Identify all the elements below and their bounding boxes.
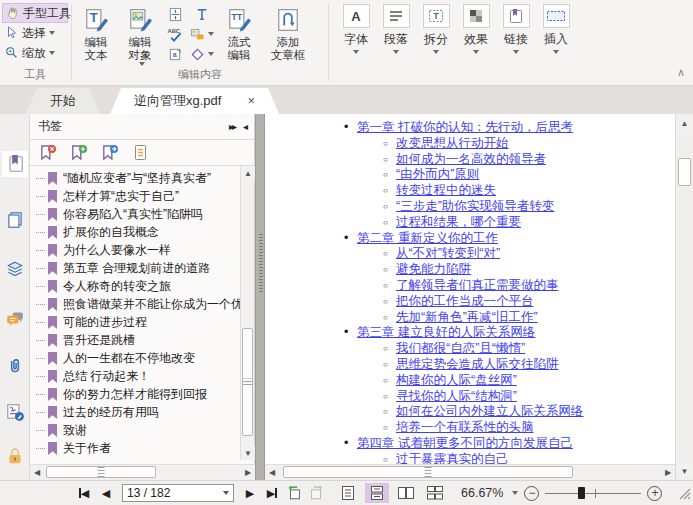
zoom-level-value[interactable]: 66.67% <box>461 486 503 500</box>
continuous-facing-view-button[interactable] <box>423 483 447 503</box>
bookmarks-hscrollbar-thumb[interactable] <box>46 466 156 478</box>
scroll-down-icon[interactable]: ▼ <box>676 464 693 478</box>
toc-section-link[interactable]: 了解领导者们真正需要做的事 <box>396 278 559 292</box>
add-bookmark-button[interactable] <box>69 144 88 162</box>
zoom-in-button[interactable]: + <box>647 486 662 501</box>
toc-section-link[interactable]: 把你的工作当成一个平台 <box>396 294 534 308</box>
bookmarks-horizontal-scrollbar[interactable]: ◀ ▶ <box>30 464 255 480</box>
toc-section-link[interactable]: 寻找你的人际“结构洞” <box>396 389 517 403</box>
split-button[interactable]: T拆分 <box>416 4 456 69</box>
next-page-button[interactable]: ▶ <box>240 484 260 502</box>
edit-object-button[interactable]: 编辑 对象 <box>117 2 163 69</box>
toc-section-link[interactable]: 改变思想从行动开始 <box>396 136 509 150</box>
panel-splitter[interactable] <box>255 114 265 480</box>
toc-section-link[interactable]: “由外而内”原则 <box>396 167 479 181</box>
hand-tool-button[interactable]: 手型工具 <box>2 3 68 23</box>
bookmark-item[interactable]: 扩展你的自我概念 <box>30 223 241 241</box>
toc-chapter-link[interactable]: 第四章 试着朝更多不同的方向发展自己 <box>357 436 573 450</box>
bookmark-item[interactable]: 你的努力怎样才能得到回报 <box>30 385 241 403</box>
toc-section-link[interactable]: 避免能力陷阱 <box>396 262 471 276</box>
bookmark-item[interactable]: 过去的经历有用吗 <box>30 403 241 421</box>
continuous-view-button[interactable] <box>365 483 389 503</box>
bookmark-item[interactable]: 令人称奇的转变之旅 <box>30 277 241 295</box>
zoom-level-caret[interactable] <box>512 491 518 495</box>
bookmark-item[interactable]: 你容易陷入“真实性”陷阱吗 <box>30 205 241 223</box>
content-horizontal-scrollbar[interactable]: ◀ ▶ <box>265 464 675 480</box>
bookmark-item[interactable]: 可能的进步过程 <box>30 313 241 331</box>
toc-section-link[interactable]: 从“不对”转变到“对” <box>396 246 500 260</box>
image-annotation-button[interactable] <box>187 24 217 44</box>
toc-section-link[interactable]: 培养一个有联系性的头脑 <box>396 420 534 434</box>
security-panel-icon[interactable] <box>5 446 25 466</box>
content-hscrollbar-thumb[interactable] <box>283 466 573 478</box>
edit-text-button[interactable]: T 编辑 文本 <box>75 2 117 69</box>
toc-section-link[interactable]: 思维定势会造成人际交往陷阱 <box>396 357 559 371</box>
toc-section-link[interactable]: 先加“新角色”再减“旧工作” <box>396 310 538 324</box>
scroll-up-icon[interactable]: ▲ <box>676 116 693 130</box>
effect-button[interactable]: 效果 <box>456 4 496 69</box>
previous-view-button[interactable] <box>284 484 304 502</box>
font-button[interactable]: A字体 <box>336 4 376 69</box>
toc-section-link[interactable]: 如何成为一名高效的领导者 <box>396 152 546 166</box>
content-scrollbar-thumb[interactable] <box>678 158 691 186</box>
bookmark-item[interactable]: 人的一生都在不停地改变 <box>30 349 241 367</box>
spellcheck-button[interactable]: ABC <box>163 24 187 44</box>
facing-view-button[interactable] <box>394 483 418 503</box>
paragraph-button[interactable]: 段落 <box>376 4 416 69</box>
scroll-right-icon[interactable]: ▶ <box>241 465 255 480</box>
signature-panel-icon[interactable] <box>5 402 25 422</box>
text-recognize-button[interactable]: a <box>163 44 187 64</box>
merge-split-button[interactable] <box>163 4 187 24</box>
bookmark-item[interactable]: “随机应变者”与“坚持真实者” <box>30 169 241 187</box>
bookmark-item[interactable]: 致谢 <box>30 421 241 439</box>
attachments-panel-icon[interactable] <box>5 356 25 376</box>
insert-button[interactable]: 插入 <box>536 4 576 69</box>
toc-chapter-link[interactable]: 第一章 打破你的认知：先行动，后思考 <box>357 120 573 134</box>
toc-section-link[interactable]: 构建你的人际“盘丝网” <box>396 373 517 387</box>
previous-page-button[interactable]: ◀ <box>96 484 116 502</box>
add-text-button[interactable] <box>187 4 217 24</box>
comments-panel-icon[interactable] <box>5 308 25 328</box>
set-bookmark-destination-button[interactable] <box>100 144 119 162</box>
collapse-ribbon-button[interactable]: ∧ <box>677 66 685 79</box>
expand-bookmarks-button[interactable] <box>131 144 150 162</box>
zoom-slider-thumb[interactable] <box>578 487 585 499</box>
tab-document[interactable]: 逆向管理xg.pdf× <box>110 88 279 114</box>
close-tab-icon[interactable]: × <box>247 93 255 108</box>
toc-chapter-link[interactable]: 第三章 建立良好的人际关系网络 <box>357 325 535 339</box>
resize-grip-icon[interactable] <box>678 487 691 500</box>
toc-section-link[interactable]: 我们都很“自恋”且“懒惰” <box>396 341 525 355</box>
bookmark-item[interactable]: 第五章 合理规划前进的道路 <box>30 259 241 277</box>
page-number-field[interactable]: 13 / 182 <box>122 484 234 502</box>
scroll-left-icon[interactable]: ◀ <box>30 465 44 480</box>
content-vertical-scrollbar[interactable]: ▲ ▼ <box>675 114 693 480</box>
bookmarks-vertical-scrollbar[interactable]: ▲ ▼ <box>240 166 254 460</box>
delete-bookmark-button[interactable] <box>38 144 57 162</box>
bookmark-item[interactable]: 怎样才算“忠实于自己” <box>30 187 241 205</box>
layers-panel-icon[interactable] <box>5 260 25 280</box>
first-page-button[interactable]: ◀ <box>74 484 94 502</box>
next-view-button[interactable] <box>306 484 326 502</box>
pages-panel-icon[interactable] <box>5 210 25 230</box>
scroll-down-icon[interactable]: ▼ <box>241 446 255 460</box>
shape-tool-button[interactable] <box>187 44 217 64</box>
collapse-panel-icon[interactable]: ◂ <box>243 121 246 132</box>
bookmark-item[interactable]: 晋升还是跳槽 <box>30 331 241 349</box>
last-page-button[interactable]: ▶ <box>262 484 282 502</box>
single-page-view-button[interactable] <box>336 483 360 503</box>
toc-section-link[interactable]: 转变过程中的迷失 <box>396 183 496 197</box>
bookmark-item[interactable]: 照食谱做菜并不能让你成为一个优秀的厨师 <box>30 295 241 313</box>
flow-edit-button[interactable]: TT 流式 编辑 <box>217 2 261 69</box>
zoom-slider[interactable] <box>545 485 641 501</box>
tab-start[interactable]: 开始 <box>26 88 100 114</box>
zoom-tool-button[interactable]: 缩放 <box>2 43 68 63</box>
toc-section-link[interactable]: 过程和结果，哪个重要 <box>396 215 521 229</box>
toc-section-link[interactable]: 如何在公司内外建立人际关系网络 <box>396 404 584 418</box>
add-article-box-button[interactable]: 添加 文章框 <box>261 2 315 69</box>
scroll-up-icon[interactable]: ▲ <box>241 166 255 180</box>
bookmark-item[interactable]: 总结 行动起来！ <box>30 367 241 385</box>
scroll-right-icon[interactable]: ▶ <box>661 465 675 480</box>
zoom-out-button[interactable]: − <box>524 486 539 501</box>
bookmark-item[interactable]: 为什么人要像水一样 <box>30 241 241 259</box>
toc-section-link[interactable]: “三步走”助你实现领导者转变 <box>396 199 554 213</box>
